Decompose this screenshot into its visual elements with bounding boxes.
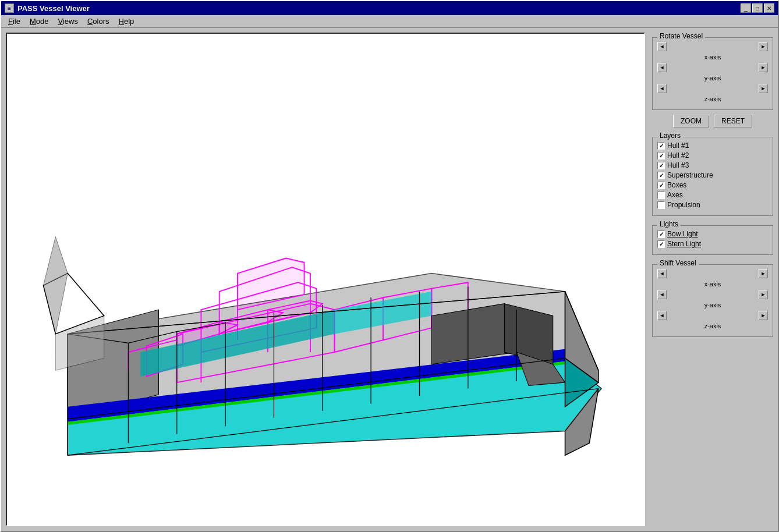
layer-hull2-row: Hull #2 <box>657 151 768 159</box>
svg-marker-51 <box>44 237 68 334</box>
menu-colors[interactable]: Colors <box>83 16 114 27</box>
layer-axes-checkbox[interactable] <box>657 191 665 199</box>
rotate-z-right-arrow[interactable]: ► <box>759 84 768 93</box>
rotate-y-left-arrow[interactable]: ◄ <box>657 63 667 72</box>
layer-superstructure-row: Superstructure <box>657 171 768 179</box>
rotate-y-right-arrow[interactable]: ► <box>759 63 768 72</box>
rotate-x-container: ◄ ► x-axis <box>657 42 768 61</box>
close-button[interactable]: ✕ <box>764 3 774 13</box>
shift-z-slider-row: ◄ ► <box>657 311 768 320</box>
shift-x-left-arrow[interactable]: ◄ <box>657 269 667 278</box>
menu-views[interactable]: Views <box>54 16 83 27</box>
layer-hull2-checkbox[interactable] <box>657 152 665 159</box>
rotate-y-container: ◄ ► y-axis <box>657 63 768 81</box>
rotate-z-slider-row: ◄ ► <box>657 84 768 93</box>
rotate-vessel-title: Rotate Vessel <box>657 32 705 40</box>
rotate-vessel-group: Rotate Vessel ◄ ► x-axis ◄ <box>652 37 773 110</box>
title-controls: _ □ ✕ <box>741 3 774 13</box>
rotate-z-left-arrow[interactable]: ◄ <box>657 84 667 93</box>
lights-title: Lights <box>657 220 681 228</box>
layer-hull2-label: Hull #2 <box>667 151 689 159</box>
light-stern-label: Stern Light <box>667 240 701 248</box>
rotate-x-right-arrow[interactable]: ► <box>759 42 768 51</box>
title-bar: ≡ PASS Vessel Viewer _ □ ✕ <box>1 1 778 15</box>
light-bow-row: Bow Light <box>657 230 768 238</box>
window-icon: ≡ <box>5 3 14 13</box>
layer-hull1-checkbox[interactable] <box>657 142 665 150</box>
rotate-x-slider-row: ◄ ► <box>657 42 768 51</box>
light-bow-label: Bow Light <box>667 230 698 238</box>
shift-vessel-title: Shift Vessel <box>657 259 699 267</box>
rotate-z-container: ◄ ► z-axis <box>657 84 768 102</box>
layer-axes-label: Axes <box>667 191 683 199</box>
minimize-button[interactable]: _ <box>741 3 751 13</box>
shift-z-container: ◄ ► z-axis <box>657 311 768 329</box>
shift-y-left-arrow[interactable]: ◄ <box>657 290 667 299</box>
layer-superstructure-checkbox[interactable] <box>657 172 665 179</box>
vessel-svg <box>7 34 644 525</box>
zoom-button[interactable]: ZOOM <box>673 115 709 127</box>
rotate-x-label: x-axis <box>657 54 768 61</box>
layer-boxes-row: Boxes <box>657 181 768 189</box>
layer-axes-row: Axes <box>657 191 768 199</box>
shift-y-label: y-axis <box>657 302 768 308</box>
layer-boxes-label: Boxes <box>667 181 686 189</box>
menu-help[interactable]: Help <box>114 16 139 27</box>
rotate-x-left-arrow[interactable]: ◄ <box>657 42 667 51</box>
layer-propulsion-label: Propulsion <box>667 201 700 209</box>
menu-mode[interactable]: Mode <box>25 16 54 27</box>
zoom-reset-row: ZOOM RESET <box>652 115 773 127</box>
shift-z-label: z-axis <box>657 322 768 329</box>
shift-y-right-arrow[interactable]: ► <box>759 290 768 299</box>
shift-y-container: ◄ ► y-axis <box>657 290 768 308</box>
shift-x-slider-row: ◄ ► <box>657 269 768 278</box>
layer-hull3-checkbox[interactable] <box>657 162 665 169</box>
right-panel: Rotate Vessel ◄ ► x-axis ◄ <box>650 28 778 531</box>
shift-z-right-arrow[interactable]: ► <box>759 311 768 320</box>
layer-hull1-row: Hull #1 <box>657 141 768 150</box>
light-bow-checkbox[interactable] <box>657 230 665 238</box>
viewport[interactable] <box>6 33 645 526</box>
layers-group: Layers Hull #1 Hull #2 Hull #3 Superstru… <box>652 137 773 216</box>
lights-group: Lights Bow Light Stern Light <box>652 225 773 255</box>
shift-x-container: ◄ ► x-axis <box>657 269 768 288</box>
shift-x-label: x-axis <box>657 281 768 288</box>
layer-hull3-label: Hull #3 <box>667 161 689 169</box>
maximize-button[interactable]: □ <box>752 3 763 13</box>
rotate-y-slider-row: ◄ ► <box>657 63 768 72</box>
layers-title: Layers <box>657 132 683 140</box>
main-content: Rotate Vessel ◄ ► x-axis ◄ <box>1 28 778 531</box>
window-title: PASS Vessel Viewer <box>17 4 90 13</box>
main-window: ≡ PASS Vessel Viewer _ □ ✕ File Mode Vie… <box>0 0 779 532</box>
light-stern-row: Stern Light <box>657 240 768 248</box>
layer-hull1-label: Hull #1 <box>667 141 689 150</box>
layer-propulsion-row: Propulsion <box>657 201 768 209</box>
layer-hull3-row: Hull #3 <box>657 161 768 169</box>
layer-superstructure-label: Superstructure <box>667 171 713 179</box>
title-bar-left: ≡ PASS Vessel Viewer <box>5 3 90 13</box>
menu-bar: File Mode Views Colors Help <box>1 15 778 28</box>
rotate-y-label: y-axis <box>657 75 768 81</box>
shift-x-right-arrow[interactable]: ► <box>759 269 768 278</box>
rotate-z-label: z-axis <box>657 95 768 102</box>
shift-vessel-group: Shift Vessel ◄ ► x-axis ◄ <box>652 264 773 337</box>
reset-button[interactable]: RESET <box>714 115 752 127</box>
menu-file[interactable]: File <box>3 16 25 27</box>
light-stern-checkbox[interactable] <box>657 240 665 248</box>
shift-y-slider-row: ◄ ► <box>657 290 768 299</box>
layer-propulsion-checkbox[interactable] <box>657 201 665 209</box>
shift-z-left-arrow[interactable]: ◄ <box>657 311 667 320</box>
layer-boxes-checkbox[interactable] <box>657 182 665 189</box>
